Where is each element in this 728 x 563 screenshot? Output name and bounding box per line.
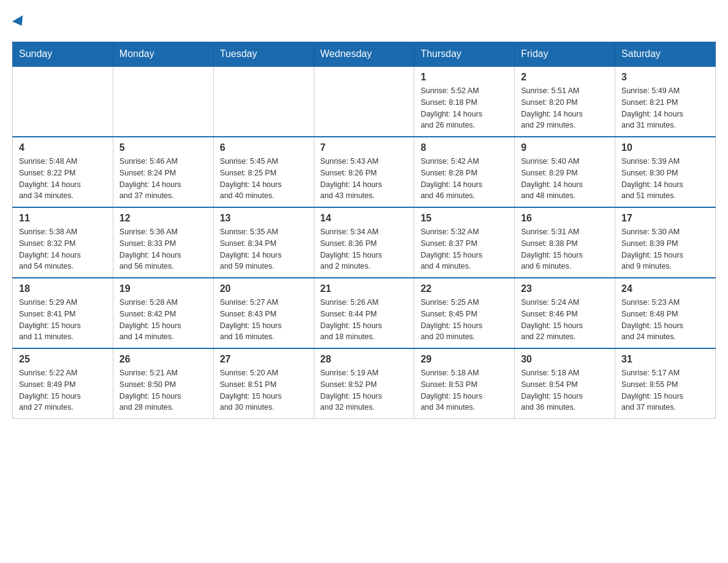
day-number: 16 <box>521 213 609 224</box>
calendar-cell: 15Sunrise: 5:32 AM Sunset: 8:37 PM Dayli… <box>414 207 515 278</box>
calendar-cell: 20Sunrise: 5:27 AM Sunset: 8:43 PM Dayli… <box>213 278 314 348</box>
calendar-table: SundayMondayTuesdayWednesdayThursdayFrid… <box>12 42 716 419</box>
day-number: 8 <box>420 142 508 153</box>
weekday-header-sunday: Sunday <box>13 42 113 67</box>
day-info: Sunrise: 5:29 AM Sunset: 8:41 PM Dayligh… <box>19 297 107 343</box>
weekday-header-friday: Friday <box>515 42 615 67</box>
calendar-cell: 8Sunrise: 5:42 AM Sunset: 8:28 PM Daylig… <box>414 137 515 207</box>
calendar-cell: 3Sunrise: 5:49 AM Sunset: 8:21 PM Daylig… <box>615 66 716 137</box>
day-number: 11 <box>19 213 107 224</box>
weekday-header-row: SundayMondayTuesdayWednesdayThursdayFrid… <box>13 42 716 67</box>
day-info: Sunrise: 5:24 AM Sunset: 8:46 PM Dayligh… <box>521 297 609 343</box>
day-number: 20 <box>220 283 308 294</box>
day-info: Sunrise: 5:30 AM Sunset: 8:39 PM Dayligh… <box>621 226 709 272</box>
day-number: 10 <box>621 142 709 153</box>
calendar-cell: 13Sunrise: 5:35 AM Sunset: 8:34 PM Dayli… <box>213 207 314 278</box>
calendar-cell: 31Sunrise: 5:17 AM Sunset: 8:55 PM Dayli… <box>615 348 716 419</box>
calendar-cell: 10Sunrise: 5:39 AM Sunset: 8:30 PM Dayli… <box>615 137 716 207</box>
calendar-cell: 22Sunrise: 5:25 AM Sunset: 8:45 PM Dayli… <box>414 278 515 348</box>
day-info: Sunrise: 5:36 AM Sunset: 8:33 PM Dayligh… <box>119 226 207 272</box>
calendar-cell: 30Sunrise: 5:18 AM Sunset: 8:54 PM Dayli… <box>515 348 615 419</box>
week-row-3: 11Sunrise: 5:38 AM Sunset: 8:32 PM Dayli… <box>13 207 716 278</box>
day-number: 23 <box>521 283 609 294</box>
weekday-header-thursday: Thursday <box>414 42 515 67</box>
calendar-cell: 7Sunrise: 5:43 AM Sunset: 8:26 PM Daylig… <box>314 137 414 207</box>
day-info: Sunrise: 5:22 AM Sunset: 8:49 PM Dayligh… <box>19 367 107 413</box>
weekday-header-tuesday: Tuesday <box>213 42 314 67</box>
day-number: 5 <box>119 142 207 153</box>
calendar-cell: 2Sunrise: 5:51 AM Sunset: 8:20 PM Daylig… <box>515 66 615 137</box>
calendar-cell: 27Sunrise: 5:20 AM Sunset: 8:51 PM Dayli… <box>213 348 314 419</box>
day-info: Sunrise: 5:18 AM Sunset: 8:53 PM Dayligh… <box>420 367 508 413</box>
day-info: Sunrise: 5:27 AM Sunset: 8:43 PM Dayligh… <box>220 297 308 343</box>
day-number: 25 <box>19 354 107 365</box>
day-info: Sunrise: 5:17 AM Sunset: 8:55 PM Dayligh… <box>621 367 709 413</box>
calendar-cell <box>314 66 414 137</box>
week-row-1: 1Sunrise: 5:52 AM Sunset: 8:18 PM Daylig… <box>13 66 716 137</box>
calendar-cell: 9Sunrise: 5:40 AM Sunset: 8:29 PM Daylig… <box>515 137 615 207</box>
week-row-5: 25Sunrise: 5:22 AM Sunset: 8:49 PM Dayli… <box>13 348 716 419</box>
calendar-cell: 6Sunrise: 5:45 AM Sunset: 8:25 PM Daylig… <box>213 137 314 207</box>
day-info: Sunrise: 5:43 AM Sunset: 8:26 PM Dayligh… <box>320 156 408 202</box>
day-number: 4 <box>19 142 107 153</box>
day-number: 21 <box>320 283 408 294</box>
day-number: 14 <box>320 213 408 224</box>
week-row-4: 18Sunrise: 5:29 AM Sunset: 8:41 PM Dayli… <box>13 278 716 348</box>
calendar-cell: 12Sunrise: 5:36 AM Sunset: 8:33 PM Dayli… <box>113 207 213 278</box>
day-number: 15 <box>420 213 508 224</box>
day-number: 7 <box>320 142 408 153</box>
day-info: Sunrise: 5:25 AM Sunset: 8:45 PM Dayligh… <box>420 297 508 343</box>
day-info: Sunrise: 5:38 AM Sunset: 8:32 PM Dayligh… <box>19 226 107 272</box>
calendar-cell: 4Sunrise: 5:48 AM Sunset: 8:22 PM Daylig… <box>13 137 113 207</box>
day-number: 29 <box>420 354 508 365</box>
day-info: Sunrise: 5:45 AM Sunset: 8:25 PM Dayligh… <box>220 156 308 202</box>
day-number: 30 <box>521 354 609 365</box>
day-info: Sunrise: 5:31 AM Sunset: 8:38 PM Dayligh… <box>521 226 609 272</box>
day-info: Sunrise: 5:20 AM Sunset: 8:51 PM Dayligh… <box>220 367 308 413</box>
day-info: Sunrise: 5:39 AM Sunset: 8:30 PM Dayligh… <box>621 156 709 202</box>
day-info: Sunrise: 5:40 AM Sunset: 8:29 PM Dayligh… <box>521 156 609 202</box>
day-number: 6 <box>220 142 308 153</box>
calendar-cell: 5Sunrise: 5:46 AM Sunset: 8:24 PM Daylig… <box>113 137 213 207</box>
calendar-cell: 17Sunrise: 5:30 AM Sunset: 8:39 PM Dayli… <box>615 207 716 278</box>
calendar-cell: 1Sunrise: 5:52 AM Sunset: 8:18 PM Daylig… <box>414 66 515 137</box>
day-info: Sunrise: 5:19 AM Sunset: 8:52 PM Dayligh… <box>320 367 408 413</box>
day-number: 13 <box>220 213 308 224</box>
calendar-cell <box>213 66 314 137</box>
weekday-header-monday: Monday <box>113 42 213 67</box>
day-info: Sunrise: 5:52 AM Sunset: 8:18 PM Dayligh… <box>420 85 508 131</box>
day-number: 26 <box>119 354 207 365</box>
day-info: Sunrise: 5:28 AM Sunset: 8:42 PM Dayligh… <box>119 297 207 343</box>
day-info: Sunrise: 5:42 AM Sunset: 8:28 PM Dayligh… <box>420 156 508 202</box>
logo-arrow-icon <box>12 15 27 29</box>
calendar-cell: 16Sunrise: 5:31 AM Sunset: 8:38 PM Dayli… <box>515 207 615 278</box>
day-info: Sunrise: 5:48 AM Sunset: 8:22 PM Dayligh… <box>19 156 107 202</box>
day-number: 12 <box>119 213 207 224</box>
calendar-cell: 29Sunrise: 5:18 AM Sunset: 8:53 PM Dayli… <box>414 348 515 419</box>
day-number: 27 <box>220 354 308 365</box>
calendar-cell: 14Sunrise: 5:34 AM Sunset: 8:36 PM Dayli… <box>314 207 414 278</box>
day-info: Sunrise: 5:23 AM Sunset: 8:48 PM Dayligh… <box>621 297 709 343</box>
day-info: Sunrise: 5:18 AM Sunset: 8:54 PM Dayligh… <box>521 367 609 413</box>
week-row-2: 4Sunrise: 5:48 AM Sunset: 8:22 PM Daylig… <box>13 137 716 207</box>
day-number: 9 <box>521 142 609 153</box>
calendar-cell: 28Sunrise: 5:19 AM Sunset: 8:52 PM Dayli… <box>314 348 414 419</box>
calendar-cell: 25Sunrise: 5:22 AM Sunset: 8:49 PM Dayli… <box>13 348 113 419</box>
day-info: Sunrise: 5:26 AM Sunset: 8:44 PM Dayligh… <box>320 297 408 343</box>
day-number: 1 <box>420 72 508 83</box>
calendar-cell <box>113 66 213 137</box>
day-number: 17 <box>621 213 709 224</box>
day-info: Sunrise: 5:51 AM Sunset: 8:20 PM Dayligh… <box>521 85 609 131</box>
day-number: 28 <box>320 354 408 365</box>
calendar-cell: 26Sunrise: 5:21 AM Sunset: 8:50 PM Dayli… <box>113 348 213 419</box>
day-number: 24 <box>621 283 709 294</box>
day-info: Sunrise: 5:21 AM Sunset: 8:50 PM Dayligh… <box>119 367 207 413</box>
weekday-header-wednesday: Wednesday <box>314 42 414 67</box>
day-info: Sunrise: 5:46 AM Sunset: 8:24 PM Dayligh… <box>119 156 207 202</box>
logo <box>12 12 27 32</box>
day-info: Sunrise: 5:32 AM Sunset: 8:37 PM Dayligh… <box>420 226 508 272</box>
calendar-cell <box>13 66 113 137</box>
weekday-header-saturday: Saturday <box>615 42 716 67</box>
day-number: 31 <box>621 354 709 365</box>
calendar-cell: 19Sunrise: 5:28 AM Sunset: 8:42 PM Dayli… <box>113 278 213 348</box>
